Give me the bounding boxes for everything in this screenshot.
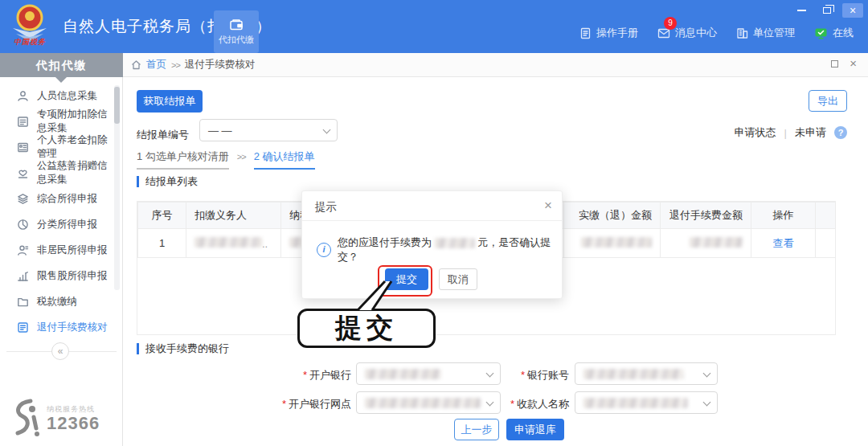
col-index: 序号: [138, 203, 186, 229]
redacted-value: [581, 237, 652, 248]
main-content: 首页 >> 退付手续费核对 × 获取结报单 导出 结报单编号 — — 申请状态 …: [123, 53, 868, 446]
section-bar: [137, 343, 139, 354]
step-indicator: 1 勾选单户核对清册 >> 2 确认结报单: [137, 149, 315, 170]
sidebar-scrollbar-thumb[interactable]: [114, 87, 120, 124]
id-card-icon: [17, 141, 29, 153]
step-2-active[interactable]: 2 确认结报单: [254, 149, 315, 170]
callout-tail: [348, 278, 395, 312]
submit-callout-bubble: 提交: [297, 309, 436, 348]
bank-account-select[interactable]: [575, 362, 718, 385]
col-action: 操作: [751, 203, 816, 229]
col-empty: [816, 203, 836, 229]
document-icon: [579, 27, 592, 39]
person-alt-icon: [17, 244, 29, 256]
sidebar-collapse-button[interactable]: «: [51, 342, 69, 360]
sidebar-item-label: 公益慈善捐赠信息采集: [37, 159, 117, 186]
layers-icon: [17, 193, 29, 205]
minimize-button[interactable]: [791, 3, 812, 18]
receipt-no-label: 结报单编号: [137, 124, 189, 146]
sidebar-item-label: 税款缴纳: [37, 295, 77, 309]
dialog-close-icon[interactable]: ×: [544, 198, 552, 214]
sidebar-item-label: 分类所得申报: [37, 218, 97, 231]
export-button[interactable]: 导出: [809, 90, 847, 112]
sidebar-item-nonresident-income[interactable]: 非居民所得申报: [0, 240, 117, 260]
panel-controls: ×: [831, 59, 857, 68]
apply-refund-button[interactable]: 申请退库: [506, 419, 564, 440]
nav-manual-label: 操作手册: [596, 26, 638, 40]
step-separator: >>: [237, 149, 246, 162]
sidebar-title: 代扣代缴: [0, 53, 123, 77]
field-label-text: 开户银行: [309, 369, 351, 381]
nav-org[interactable]: 单位管理: [736, 26, 795, 40]
logo-text: 中国税务: [7, 37, 52, 47]
hotline-headset-icon: [10, 398, 42, 438]
tab-daikou-daijiao[interactable]: 代扣代缴: [214, 10, 259, 53]
sidebar-item-restricted-shares[interactable]: 限售股所得申报: [0, 266, 117, 285]
panel-restore-icon[interactable]: [831, 60, 838, 68]
sidebar-item-label: 个人养老金扣除管理: [37, 133, 117, 161]
cell-index: 1: [138, 229, 186, 258]
checklist-icon: [17, 116, 29, 128]
tax-bureau-logo: 中国税务: [5, 2, 55, 51]
nav-manual[interactable]: 操作手册: [579, 26, 638, 40]
view-link[interactable]: 查看: [773, 237, 794, 249]
sidebar-item-charity-donation[interactable]: 公益慈善捐赠信息采集: [0, 163, 117, 182]
cell-paid-amount: [564, 229, 661, 258]
sidebar-item-special-deduction[interactable]: 专项附加扣除信息采集: [0, 112, 117, 131]
sidebar-item-label: 限售股所得申报: [37, 269, 108, 283]
nav-messages-label: 消息中心: [675, 26, 717, 40]
sidebar-title-notch: [55, 77, 67, 83]
previous-step-button[interactable]: 上一步: [454, 419, 499, 440]
nav-online-label: 在线: [833, 26, 854, 40]
hotline-block: 纳税服务热线 12366: [10, 398, 100, 438]
close-icon: ×: [850, 4, 856, 17]
cell-action: 查看: [751, 229, 816, 258]
dialog-body: i 您的应退付手续费为 元，是否确认提交？: [317, 235, 558, 264]
receipt-no-value: — —: [208, 125, 232, 137]
messages-badge: 9: [664, 17, 677, 30]
cell-refund-fee: [661, 229, 751, 258]
close-button[interactable]: ×: [842, 3, 863, 18]
receipt-no-select[interactable]: — —: [199, 119, 338, 141]
sidebar-item-comprehensive-income[interactable]: 综合所得申报: [0, 189, 117, 208]
tab-label: 代扣代缴: [219, 34, 254, 46]
panel-close-icon[interactable]: ×: [850, 59, 857, 68]
breadcrumb-home[interactable]: 首页: [146, 58, 166, 72]
hotline-number: 12366: [47, 415, 100, 432]
building-icon: [736, 27, 748, 39]
restore-button[interactable]: [817, 3, 837, 18]
step-1[interactable]: 1 勾选单户核对清册: [137, 149, 229, 170]
status-group: 申请状态 | 未申请 ?: [735, 125, 847, 140]
redacted-value: [583, 369, 684, 379]
breadcrumb-current: 退付手续费核对: [185, 58, 256, 72]
sidebar-item-classified-income[interactable]: 分类所得申报: [0, 215, 117, 234]
wallet-icon: [229, 18, 244, 31]
col-withholding-agent: 扣缴义务人: [186, 203, 281, 229]
help-icon[interactable]: ?: [834, 126, 847, 139]
info-glyph: i: [322, 244, 325, 254]
field-label-text: 银行账号: [527, 369, 569, 381]
nav-messages[interactable]: 9 消息中心: [657, 26, 717, 40]
sidebar-item-label: 专项附加扣除信息采集: [37, 108, 117, 135]
bank-branch-label: *开户银行网点: [244, 397, 351, 411]
charity-heart-icon: [17, 167, 29, 179]
person-icon: [17, 90, 29, 102]
dialog-title: 提示: [315, 200, 337, 215]
receipt-icon: [17, 321, 29, 333]
sidebar-item-tax-payment[interactable]: 税款缴纳: [0, 292, 117, 311]
sidebar-item-pension-deduction[interactable]: 个人养老金扣除管理: [0, 137, 117, 157]
dialog-cancel-button[interactable]: 取消: [439, 268, 477, 290]
sidebar-item-personnel-info[interactable]: 人员信息采集: [0, 86, 117, 105]
sidebar-item-label: 人员信息采集: [37, 89, 97, 103]
truncation-marker: ..: [262, 238, 268, 250]
callout-label: 提交: [335, 310, 398, 346]
required-mark: *: [510, 398, 514, 410]
redacted-value: [583, 398, 688, 408]
sidebar-scrollbar[interactable]: [114, 85, 120, 290]
payee-name-select[interactable]: [575, 391, 718, 414]
section-title-text: 结报单列表: [145, 174, 198, 189]
fetch-statement-button[interactable]: 获取结报单: [137, 90, 203, 113]
nav-online-status[interactable]: 在线: [814, 26, 854, 40]
sidebar-item-refund-fee-check[interactable]: 退付手续费核对: [0, 317, 117, 337]
bank-section-title: 接收手续费的银行: [137, 342, 229, 356]
